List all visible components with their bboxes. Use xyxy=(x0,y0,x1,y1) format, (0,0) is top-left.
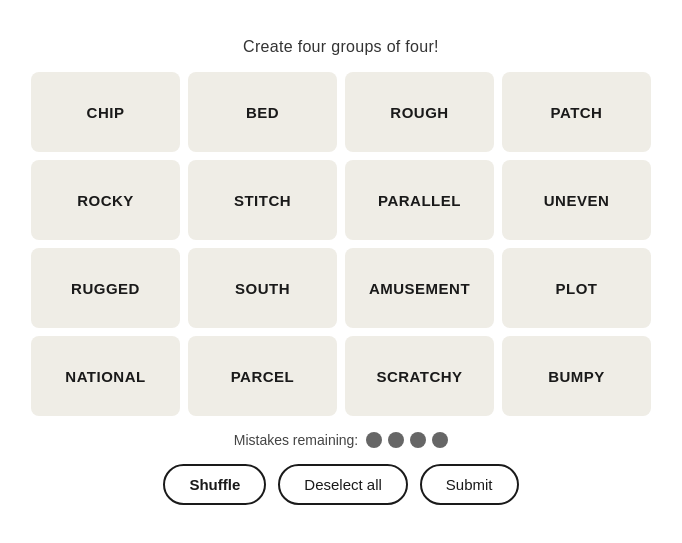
word-cell[interactable]: ROUGH xyxy=(345,72,494,152)
word-cell-label: SOUTH xyxy=(235,280,290,297)
word-cell[interactable]: STITCH xyxy=(188,160,337,240)
word-cell[interactable]: RUGGED xyxy=(31,248,180,328)
word-cell[interactable]: ROCKY xyxy=(31,160,180,240)
word-cell[interactable]: PATCH xyxy=(502,72,651,152)
mistakes-row: Mistakes remaining: xyxy=(234,432,449,448)
word-cell-label: CHIP xyxy=(87,104,125,121)
word-cell-label: ROCKY xyxy=(77,192,134,209)
word-cell[interactable]: CHIP xyxy=(31,72,180,152)
shuffle-button[interactable]: Shuffle xyxy=(163,464,266,505)
buttons-row: Shuffle Deselect all Submit xyxy=(163,464,518,505)
word-cell-label: NATIONAL xyxy=(65,368,145,385)
word-cell[interactable]: SCRATCHY xyxy=(345,336,494,416)
word-cell-label: SCRATCHY xyxy=(376,368,462,385)
word-cell-label: BED xyxy=(246,104,279,121)
word-cell[interactable]: PARCEL xyxy=(188,336,337,416)
word-cell-label: UNEVEN xyxy=(544,192,610,209)
word-cell-label: PLOT xyxy=(556,280,598,297)
submit-button[interactable]: Submit xyxy=(420,464,519,505)
word-cell-label: PARCEL xyxy=(231,368,295,385)
word-cell[interactable]: PARALLEL xyxy=(345,160,494,240)
game-container: Create four groups of four! CHIPBEDROUGH… xyxy=(31,38,651,505)
word-cell[interactable]: NATIONAL xyxy=(31,336,180,416)
word-cell-label: ROUGH xyxy=(390,104,448,121)
word-cell-label: PARALLEL xyxy=(378,192,461,209)
word-cell-label: PATCH xyxy=(551,104,603,121)
mistake-dot xyxy=(410,432,426,448)
word-cell[interactable]: PLOT xyxy=(502,248,651,328)
mistake-dot xyxy=(432,432,448,448)
word-cell[interactable]: BUMPY xyxy=(502,336,651,416)
word-grid: CHIPBEDROUGHPATCHROCKYSTITCHPARALLELUNEV… xyxy=(31,72,651,416)
word-cell[interactable]: UNEVEN xyxy=(502,160,651,240)
word-cell[interactable]: BED xyxy=(188,72,337,152)
mistakes-label: Mistakes remaining: xyxy=(234,432,359,448)
word-cell-label: STITCH xyxy=(234,192,291,209)
mistake-dot xyxy=(366,432,382,448)
mistakes-dots xyxy=(366,432,448,448)
page-title: Create four groups of four! xyxy=(243,38,439,56)
word-cell-label: AMUSEMENT xyxy=(369,280,470,297)
word-cell-label: BUMPY xyxy=(548,368,605,385)
word-cell[interactable]: AMUSEMENT xyxy=(345,248,494,328)
word-cell-label: RUGGED xyxy=(71,280,140,297)
mistake-dot xyxy=(388,432,404,448)
deselect-button[interactable]: Deselect all xyxy=(278,464,408,505)
word-cell[interactable]: SOUTH xyxy=(188,248,337,328)
